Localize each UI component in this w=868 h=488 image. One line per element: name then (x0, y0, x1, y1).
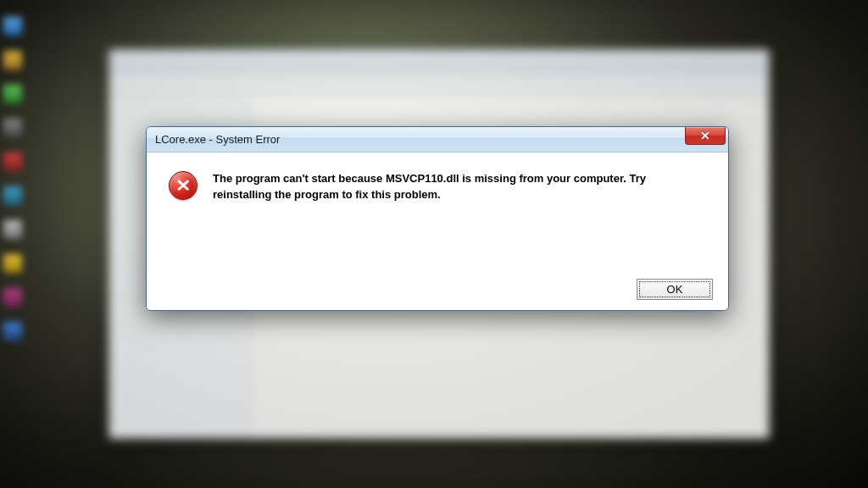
desktop-icon (3, 51, 22, 69)
desktop-icon (3, 220, 22, 239)
desktop-icon (3, 85, 22, 103)
desktop-icon (3, 119, 22, 137)
desktop-icon (3, 254, 22, 273)
close-button[interactable]: ✕ (685, 127, 726, 145)
error-x-glyph: ✕ (175, 177, 192, 194)
dialog-footer: OK (147, 268, 728, 310)
desktop-icon (3, 17, 22, 36)
desktop-icon-strip (3, 17, 22, 341)
desktop-icon (3, 322, 22, 341)
dialog-body: ✕ The program can't start because MSVCP1… (147, 152, 728, 212)
error-icon: ✕ (169, 171, 198, 200)
error-icon-wrap: ✕ (169, 171, 199, 202)
close-icon: ✕ (700, 130, 710, 141)
dialog-title: LCore.exe - System Error (155, 133, 280, 146)
error-dialog: LCore.exe - System Error ✕ ✕ The program… (146, 126, 729, 311)
desktop-icon (3, 186, 22, 205)
desktop-icon (3, 152, 22, 171)
desktop-icon (3, 288, 22, 307)
explorer-titlebar (109, 50, 769, 74)
ok-button[interactable]: OK (637, 279, 713, 300)
explorer-toolbar (109, 74, 769, 96)
dialog-titlebar[interactable]: LCore.exe - System Error ✕ (147, 127, 728, 152)
dialog-message: The program can't start because MSVCP110… (213, 171, 687, 203)
